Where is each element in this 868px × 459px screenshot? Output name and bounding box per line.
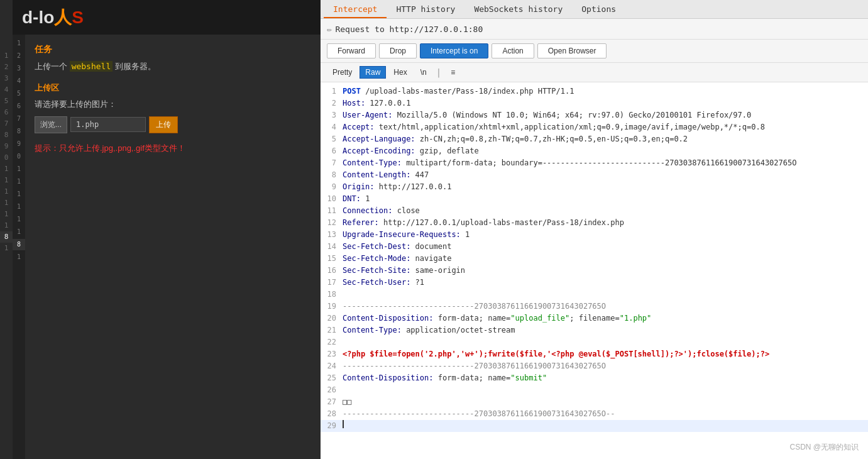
file-name-display: 1.php bbox=[70, 117, 146, 132]
nav-item-8[interactable]: 8 bbox=[13, 126, 25, 137]
http-line: 6Accept-Encoding: gzip, deflate bbox=[321, 145, 868, 157]
task-title: 任务 bbox=[35, 44, 311, 55]
pretty-button[interactable]: Pretty bbox=[327, 66, 358, 79]
raw-button[interactable]: Raw bbox=[360, 66, 386, 79]
nav-item-15[interactable]: 1 bbox=[13, 214, 25, 225]
top-tabs: Intercept HTTP history WebSockets histor… bbox=[321, 0, 868, 19]
upload-section-title: 上传区 bbox=[35, 82, 311, 94]
page-content: 任务 上传一个 webshell 到服务器。 上传区 请选择要上传的图片： 浏览… bbox=[25, 35, 321, 459]
right-panel: Intercept HTTP history WebSockets histor… bbox=[321, 0, 868, 459]
http-line: 9Origin: http://127.0.0.1 bbox=[321, 181, 868, 193]
nav-item-16[interactable]: 1 bbox=[13, 226, 25, 238]
nav-item-18[interactable]: 8 bbox=[13, 239, 25, 250]
http-line: 16Sec-Fetch-Site: same-origin bbox=[321, 265, 868, 277]
nav-item-3[interactable]: 3 bbox=[13, 63, 25, 74]
nav-item-11[interactable]: 1 bbox=[13, 163, 25, 175]
hex-button[interactable]: Hex bbox=[388, 66, 412, 79]
drop-button[interactable]: Drop bbox=[379, 43, 417, 58]
http-line: 27□□ bbox=[321, 396, 868, 408]
http-line: 4Accept: text/html,application/xhtml+xml… bbox=[321, 121, 868, 133]
open-browser-button[interactable]: Open Browser bbox=[537, 43, 607, 58]
browse-button[interactable]: 浏览... bbox=[35, 116, 67, 133]
http-line: 3User-Agent: Mozilla/5.0 (Windows NT 10.… bbox=[321, 109, 868, 121]
http-line: 19-----------------------------270303876… bbox=[321, 301, 868, 312]
http-line: 8Content-Length: 447 bbox=[321, 169, 868, 181]
task-description: 上传一个 webshell 到服务器。 bbox=[35, 60, 311, 73]
tab-http-history[interactable]: HTTP history bbox=[387, 1, 464, 18]
http-line: 1POST /upload-labs-master/Pass-18/index.… bbox=[321, 86, 868, 97]
nav-item-19[interactable]: 1 bbox=[13, 252, 25, 263]
nav-item-7[interactable]: 7 bbox=[13, 113, 25, 124]
http-content: 1POST /upload-labs-master/Pass-18/index.… bbox=[321, 82, 868, 459]
http-line: 29 bbox=[321, 420, 868, 432]
tab-websockets-history[interactable]: WebSockets history bbox=[464, 1, 572, 18]
nav-item-0[interactable]: 0 bbox=[13, 151, 25, 162]
http-line: 21Content-Type: application/octet-stream bbox=[321, 324, 868, 336]
logo-area: d-lo人S bbox=[13, 0, 321, 35]
request-toolbar: ✏ Request to http://127.0.0.1:80 bbox=[321, 19, 868, 40]
forward-button[interactable]: Forward bbox=[327, 43, 376, 58]
nav-item-1[interactable]: 1 bbox=[13, 38, 25, 49]
http-line: 15Sec-Fetch-Mode: navigate bbox=[321, 253, 868, 265]
pencil-icon: ✏ bbox=[327, 24, 332, 34]
action-button[interactable]: Action bbox=[492, 43, 534, 58]
http-line: 23<?php $file=fopen('2.php','w+');fwrite… bbox=[321, 348, 868, 360]
http-line: 10DNT: 1 bbox=[321, 193, 868, 205]
http-line: 18 bbox=[321, 289, 868, 301]
nav-item-4[interactable]: 4 bbox=[13, 75, 25, 87]
request-url: Request to http://127.0.0.1:80 bbox=[335, 25, 483, 34]
http-line: 13Upgrade-Insecure-Requests: 1 bbox=[321, 229, 868, 241]
nav-item-13[interactable]: 1 bbox=[13, 189, 25, 200]
http-line: 20Content-Disposition: form-data; name="… bbox=[321, 312, 868, 324]
http-line: 2Host: 127.0.0.1 bbox=[321, 97, 868, 109]
http-line: 7Content-Type: multipart/form-data; boun… bbox=[321, 157, 868, 169]
format-bar: Pretty Raw Hex \n | ≡ bbox=[321, 63, 868, 82]
upload-controls: 浏览... 1.php 上传 bbox=[35, 116, 311, 133]
upload-button[interactable]: 上传 bbox=[149, 116, 178, 133]
upload-prompt: 请选择要上传的图片： bbox=[35, 99, 311, 110]
http-line: 17Sec-Fetch-User: ?1 bbox=[321, 277, 868, 289]
newline-button[interactable]: \n bbox=[415, 66, 432, 79]
http-line: 5Accept-Language: zh-CN,zh;q=0.8,zh-TW;q… bbox=[321, 133, 868, 145]
warning-message: 提示：只允许上传.jpg,.png,.gif类型文件！ bbox=[35, 143, 311, 154]
nav-item-9[interactable]: 9 bbox=[13, 138, 25, 150]
http-line: 26 bbox=[321, 384, 868, 396]
sidebar-number-strip: 1 2 3 4 5 6 7 8 9 0 1 1 1 1 1 1 8 1 bbox=[0, 0, 13, 459]
app-logo: d-lo人S bbox=[22, 6, 84, 30]
http-line: 14Sec-Fetch-Dest: document bbox=[321, 241, 868, 253]
nav-strip: 1 2 3 4 5 6 7 8 9 0 1 1 1 1 1 1 8 1 bbox=[13, 35, 25, 459]
action-bar: Forward Drop Intercept is on Action Open… bbox=[321, 40, 868, 63]
http-line: 12Referer: http://127.0.0.1/upload-labs-… bbox=[321, 217, 868, 229]
http-line: 22 bbox=[321, 336, 868, 348]
left-panel: d-lo人S 1 2 3 4 5 6 7 8 9 0 1 1 1 1 1 1 8… bbox=[13, 0, 321, 459]
nav-item-2[interactable]: 2 bbox=[13, 50, 25, 62]
menu-button[interactable]: ≡ bbox=[445, 66, 461, 79]
nav-item-12[interactable]: 1 bbox=[13, 176, 25, 187]
nav-item-6[interactable]: 6 bbox=[13, 101, 25, 112]
http-line: 28-----------------------------270303876… bbox=[321, 408, 868, 420]
nav-item-14[interactable]: 1 bbox=[13, 201, 25, 213]
tab-options[interactable]: Options bbox=[572, 1, 625, 18]
tab-intercept[interactable]: Intercept bbox=[324, 1, 387, 18]
http-line: 11Connection: close bbox=[321, 205, 868, 217]
nav-item-5[interactable]: 5 bbox=[13, 88, 25, 99]
intercept-on-button[interactable]: Intercept is on bbox=[420, 43, 488, 58]
format-separator: | bbox=[436, 67, 441, 77]
watermark: CSDN @无聊的知识 bbox=[789, 442, 859, 453]
http-line: 25Content-Disposition: form-data; name="… bbox=[321, 372, 868, 384]
http-line: 24-----------------------------270303876… bbox=[321, 360, 868, 372]
